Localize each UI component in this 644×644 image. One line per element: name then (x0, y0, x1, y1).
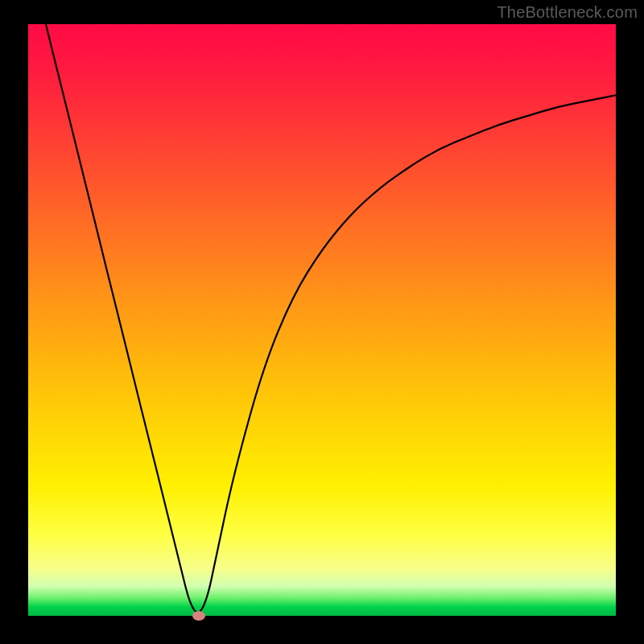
bottleneck-curve (28, 24, 616, 616)
plot-area (28, 24, 616, 616)
minimum-marker (192, 611, 205, 621)
chart-frame: TheBottleneck.com (0, 0, 644, 644)
watermark-text: TheBottleneck.com (497, 3, 638, 22)
